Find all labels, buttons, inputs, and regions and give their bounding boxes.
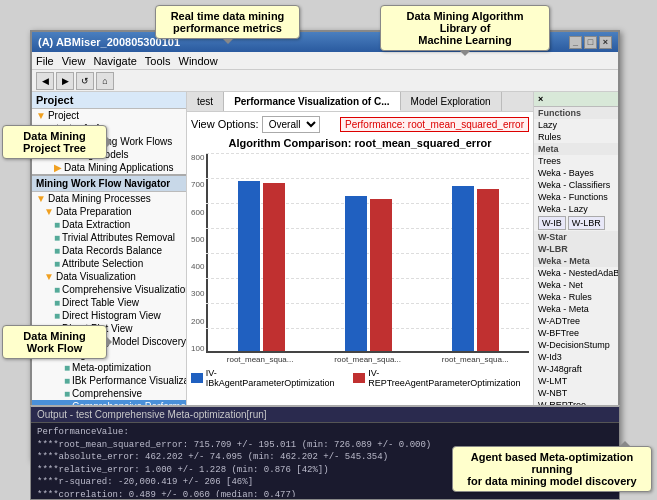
right-w-lbr[interactable]: W-LBR xyxy=(568,216,605,230)
menu-view[interactable]: View xyxy=(62,55,86,67)
bar-pair-3 xyxy=(452,186,499,351)
wf-extraction[interactable]: ■ Data Extraction xyxy=(32,218,186,231)
view-options-select[interactable]: Overall xyxy=(262,116,320,133)
tabs-bar: test Performance Visualization of C... M… xyxy=(187,92,533,112)
right-item-weka-meta2[interactable]: Weka - Meta xyxy=(534,303,618,315)
callout-algorithm-library: Data Mining Algorithm Library of Machine… xyxy=(380,5,550,51)
callout-meta-optimization: Agent based Meta-optimization running fo… xyxy=(452,446,652,492)
menu-tools[interactable]: Tools xyxy=(145,55,171,67)
tab-test[interactable]: test xyxy=(187,92,224,111)
y-axis: 800 700 600 500 400 300 200 100 xyxy=(191,153,206,353)
right-header-weka-meta: Weka - Meta xyxy=(534,255,618,267)
tree-item-project[interactable]: ▼ Project xyxy=(32,109,186,122)
folder-icon: ▼ xyxy=(36,110,46,121)
right-ib-pair: W-IB W-LBR xyxy=(534,215,618,231)
minimize-button[interactable]: _ xyxy=(569,36,582,49)
bar-pair-1 xyxy=(238,181,285,351)
right-item-weka-lazy[interactable]: Weka - Lazy xyxy=(534,203,618,215)
right-item-weka-bayes[interactable]: Weka - Bayes xyxy=(534,167,618,179)
right-panel: × Functions Lazy Rules Meta Trees Weka -… xyxy=(533,92,618,458)
file-icon: ■ xyxy=(64,375,70,386)
bar-group-1 xyxy=(238,181,285,351)
right-item-weka-class[interactable]: Weka - Classifiers xyxy=(534,179,618,191)
maximize-button[interactable]: □ xyxy=(584,36,597,49)
wf-trivial[interactable]: ■ Trivial Attributes Removal xyxy=(32,231,186,244)
bar-red-1 xyxy=(263,183,285,351)
window-controls: _ □ × xyxy=(569,36,612,49)
bar-group-2 xyxy=(345,196,392,351)
right-item-trees[interactable]: Trees xyxy=(534,155,618,167)
folder-icon: ▼ xyxy=(44,271,54,282)
right-item-weka-net[interactable]: Weka - Net xyxy=(534,279,618,291)
tab-performance[interactable]: Performance Visualization of C... xyxy=(224,92,400,111)
output-title: Output - test Comprehensive Meta-optimiz… xyxy=(31,407,619,423)
right-item-nested[interactable]: Weka - NestedAdaBoost... xyxy=(534,267,618,279)
wf-histogram[interactable]: ■ Direct Histogram View xyxy=(32,309,186,322)
wf-table-view[interactable]: ■ Direct Table View xyxy=(32,296,186,309)
output-line-0: PerformanceValue: xyxy=(37,426,613,439)
right-item-j48[interactable]: W-J48graft xyxy=(534,363,618,375)
bar-blue-3 xyxy=(452,186,474,351)
right-item-rules[interactable]: Rules xyxy=(534,131,618,143)
wf-visualization[interactable]: ▼ Data Visualization xyxy=(32,270,186,283)
chart-title: Algorithm Comparison: root_mean_squared_… xyxy=(191,137,529,149)
file-icon: ■ xyxy=(54,232,60,243)
right-item-lmt[interactable]: W-LMT xyxy=(534,375,618,387)
tab-exploration[interactable]: Model Exploration xyxy=(401,92,502,111)
wf-meta-opt[interactable]: ■ Meta-optimization xyxy=(32,361,186,374)
file-icon: ■ xyxy=(64,388,70,399)
right-header-functions: Functions xyxy=(534,107,618,119)
legend-color-blue xyxy=(191,373,203,383)
right-item-nbt[interactable]: W-NBT xyxy=(534,387,618,399)
chart-controls: View Options: Overall Performance: root_… xyxy=(191,116,529,133)
project-panel-title: Project xyxy=(32,92,186,109)
wf-ibk-perf[interactable]: ■ IBk Performance Visualization xyxy=(32,374,186,387)
right-item-weka-func[interactable]: Weka - Functions xyxy=(534,191,618,203)
performance-metric-label: Performance: root_mean_squared_error xyxy=(340,117,529,132)
folder-icon: ▶ xyxy=(54,162,62,173)
main-window: (A) ABMiser_200805300101 _ □ × File View… xyxy=(30,30,620,460)
file-icon: ■ xyxy=(54,310,60,321)
legend-color-red xyxy=(353,373,365,383)
wf-preparation[interactable]: ▼ Data Preparation xyxy=(32,205,186,218)
file-icon: ■ xyxy=(54,245,60,256)
callout-performance-metrics: Real time data mining performance metric… xyxy=(155,5,300,39)
toolbar-back[interactable]: ◀ xyxy=(36,72,54,90)
bar-groups xyxy=(206,153,529,353)
menu-window[interactable]: Window xyxy=(179,55,218,67)
right-item-adtree[interactable]: W-ADTree xyxy=(534,315,618,327)
right-item-weka-rules[interactable]: Weka - Rules xyxy=(534,291,618,303)
wf-processes[interactable]: ▼ Data Mining Processes xyxy=(32,192,186,205)
wf-comprehensive[interactable]: ■ Comprehensive xyxy=(32,387,186,400)
bar-blue-1 xyxy=(238,181,260,351)
x-label-1: root_mean_squa... xyxy=(227,355,294,364)
wf-comp-viz[interactable]: ■ Comprehensive Visualization xyxy=(32,283,186,296)
file-icon: ■ xyxy=(54,297,60,308)
toolbar: ◀ ▶ ↺ ⌂ xyxy=(32,70,618,92)
legend-item-blue: IV-IBkAgentParameterOptimization xyxy=(191,368,343,388)
toolbar-home[interactable]: ⌂ xyxy=(96,72,114,90)
toolbar-forward[interactable]: ▶ xyxy=(56,72,74,90)
chart-bars-container: root_mean_squa... root_mean_squa... root… xyxy=(206,153,529,364)
right-w-ib[interactable]: W-IB xyxy=(538,216,566,230)
folder-icon: ▼ xyxy=(36,193,46,204)
tree-item-applications[interactable]: ▶ Data Mining Applications xyxy=(32,161,186,174)
center-panel: test Performance Visualization of C... M… xyxy=(187,92,533,458)
bar-group-3 xyxy=(452,186,499,351)
toolbar-refresh[interactable]: ↺ xyxy=(76,72,94,90)
bar-pair-2 xyxy=(345,196,392,351)
right-header-wstar: W-Star xyxy=(534,231,618,243)
menu-bar: File View Navigate Tools Window xyxy=(32,52,618,70)
right-header-wlbr: W-LBR xyxy=(534,243,618,255)
close-button[interactable]: × xyxy=(599,36,612,49)
right-item-bftree[interactable]: W-BFTree xyxy=(534,327,618,339)
right-item-decision[interactable]: W-DecisionStump xyxy=(534,339,618,351)
menu-file[interactable]: File xyxy=(36,55,54,67)
bar-red-3 xyxy=(477,189,499,351)
right-item-lazy[interactable]: Lazy xyxy=(534,119,618,131)
bar-blue-2 xyxy=(345,196,367,351)
wf-balance[interactable]: ■ Data Records Balance xyxy=(32,244,186,257)
menu-navigate[interactable]: Navigate xyxy=(93,55,136,67)
right-item-id3[interactable]: W-Id3 xyxy=(534,351,618,363)
wf-attr-selection[interactable]: ■ Attribute Selection xyxy=(32,257,186,270)
